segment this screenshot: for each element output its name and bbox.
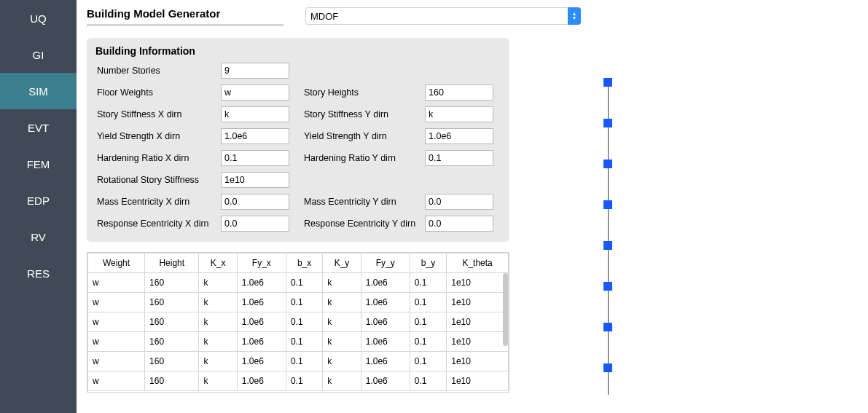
table-cell[interactable]: 1.0e6 (237, 352, 286, 371)
col-header[interactable]: Fy_x (237, 253, 286, 273)
table-cell[interactable]: 0.1 (410, 352, 446, 371)
sidebar-item-evt[interactable]: EVT (0, 109, 77, 146)
table-cell[interactable]: 0.1 (286, 273, 322, 293)
scrollbar-thumb[interactable] (503, 273, 508, 346)
hardening-y-input[interactable] (425, 150, 493, 166)
col-header[interactable]: K_theta (447, 253, 509, 273)
col-header[interactable]: Weight (88, 253, 145, 273)
col-header[interactable]: K_y (323, 253, 361, 273)
table-cell[interactable]: w (88, 312, 145, 332)
table-cell[interactable]: 1.0e6 (237, 371, 286, 391)
table-row[interactable]: w160k1.0e60.1k1.0e60.11e10 (88, 273, 509, 293)
table-cell[interactable]: 0.1 (410, 371, 446, 391)
table-row[interactable]: w160k1.0e60.1k1.0e60.11e10 (88, 312, 509, 332)
table-cell[interactable]: 1e10 (447, 352, 509, 371)
table-cell[interactable]: 0.1 (410, 293, 446, 312)
table-cell[interactable]: 0.1 (286, 332, 322, 352)
table-cell[interactable]: k (199, 352, 237, 371)
table-cell[interactable]: 0.1 (410, 332, 446, 352)
table-cell[interactable]: 1e10 (447, 332, 509, 352)
mass-ecc-x-input[interactable] (221, 194, 289, 210)
viz-node (603, 119, 612, 127)
story-table[interactable]: WeightHeightK_xFy_xb_xK_yFy_yb_yK_theta … (87, 253, 509, 391)
table-cell[interactable]: w (88, 371, 145, 391)
sidebar-item-fem[interactable]: FEM (0, 146, 77, 182)
floor-weights-input[interactable] (221, 84, 289, 101)
resp-ecc-y-input[interactable] (425, 216, 493, 232)
table-cell[interactable]: k (323, 332, 361, 352)
table-cell[interactable]: 1.0e6 (237, 332, 286, 352)
table-cell[interactable]: 0.1 (410, 273, 446, 293)
table-cell[interactable]: 160 (145, 352, 199, 371)
table-cell[interactable]: w (88, 332, 145, 352)
sidebar-item-uq[interactable]: UQ (0, 0, 77, 36)
table-row[interactable]: w160k1.0e60.1k1.0e60.11e10 (88, 332, 509, 352)
content-row: Building Information Number Stories Floo… (87, 38, 858, 395)
col-header[interactable]: K_x (199, 253, 237, 273)
model-viz (546, 38, 670, 395)
table-cell[interactable]: w (88, 293, 145, 312)
table-cell[interactable]: 1.0e6 (361, 352, 410, 371)
table-cell[interactable]: 0.1 (410, 312, 446, 332)
table-cell[interactable]: k (199, 312, 237, 332)
table-cell[interactable]: 160 (145, 371, 199, 391)
col-header[interactable]: b_y (410, 253, 446, 273)
table-cell[interactable]: k (323, 352, 361, 371)
table-cell[interactable]: 1.0e6 (237, 273, 286, 293)
sidebar-item-sim[interactable]: SIM (0, 73, 77, 109)
stiffness-x-input[interactable] (221, 106, 289, 122)
yield-x-input[interactable] (221, 128, 289, 144)
table-cell[interactable]: 0.1 (286, 293, 322, 312)
table-cell[interactable]: w (88, 352, 145, 371)
resp-ecc-x-input[interactable] (221, 216, 289, 232)
table-cell[interactable]: 1e10 (447, 312, 509, 332)
table-cell[interactable]: 1e10 (447, 273, 509, 293)
rotational-input[interactable] (221, 172, 289, 188)
col-header[interactable]: Fy_y (361, 253, 410, 273)
story-heights-input[interactable] (425, 84, 493, 101)
title-wrap: Building Model Generator (87, 7, 298, 26)
model-select[interactable]: MDOF (305, 7, 581, 25)
table-cell[interactable]: k (323, 371, 361, 391)
yield-y-input[interactable] (425, 128, 493, 144)
table-cell[interactable]: 1.0e6 (361, 273, 410, 293)
viz-rail (608, 82, 609, 395)
table-cell[interactable]: 160 (145, 293, 199, 312)
table-cell[interactable]: k (323, 293, 361, 312)
sidebar-item-gi[interactable]: GI (0, 36, 77, 73)
table-cell[interactable]: k (199, 371, 237, 391)
table-row[interactable]: w160k1.0e60.1k1.0e60.11e10 (88, 371, 509, 391)
table-cell[interactable]: 0.1 (286, 371, 322, 391)
table-cell[interactable]: 160 (145, 312, 199, 332)
table-cell[interactable]: w (88, 273, 145, 293)
table-cell[interactable]: 1.0e6 (361, 293, 410, 312)
col-header[interactable]: Height (145, 253, 199, 273)
table-cell[interactable]: 0.1 (286, 352, 322, 371)
table-cell[interactable]: 0.1 (286, 312, 322, 332)
table-cell[interactable]: k (199, 273, 237, 293)
table-cell[interactable]: 1e10 (447, 293, 509, 312)
table-cell[interactable]: k (199, 293, 237, 312)
number-stories-input[interactable] (221, 63, 289, 79)
sidebar-item-rv[interactable]: RV (0, 219, 77, 255)
sidebar-item-res[interactable]: RES (0, 255, 77, 291)
mass-ecc-y-input[interactable] (425, 194, 493, 210)
table-cell[interactable]: 1.0e6 (361, 332, 410, 352)
sidebar-item-edp[interactable]: EDP (0, 182, 77, 219)
table-cell[interactable]: 1e10 (447, 371, 509, 391)
table-cell[interactable]: 1.0e6 (361, 371, 410, 391)
table-cell[interactable]: 160 (145, 332, 199, 352)
table-cell[interactable]: k (199, 332, 237, 352)
table-cell[interactable]: 160 (145, 273, 199, 293)
table-cell[interactable]: 1.0e6 (361, 312, 410, 332)
stiffness-y-input[interactable] (425, 106, 493, 122)
table-row[interactable]: w160k1.0e60.1k1.0e60.11e10 (88, 293, 509, 312)
table-cell[interactable]: 1.0e6 (237, 312, 286, 332)
hardening-x-label: Hardening Ratio X dirn (97, 153, 221, 163)
table-cell[interactable]: k (323, 312, 361, 332)
hardening-x-input[interactable] (221, 150, 289, 166)
col-header[interactable]: b_x (286, 253, 322, 273)
table-cell[interactable]: k (323, 273, 361, 293)
table-row[interactable]: w160k1.0e60.1k1.0e60.11e10 (88, 352, 509, 371)
table-cell[interactable]: 1.0e6 (237, 293, 286, 312)
